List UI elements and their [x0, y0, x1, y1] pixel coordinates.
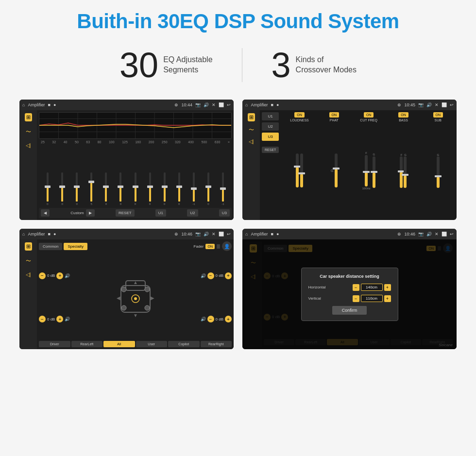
freq-25: 25 — [41, 140, 45, 144]
home-icon[interactable]: ⌂ — [22, 102, 25, 107]
eq-slider-2[interactable]: 0 — [70, 172, 84, 205]
reset-btn[interactable]: RESET — [116, 209, 135, 217]
freq-400: 400 — [188, 140, 194, 144]
xover-u1-btn[interactable]: U1 — [262, 112, 279, 120]
phat-slider[interactable] — [335, 153, 338, 187]
eq-freq-labels: 25 32 40 50 63 80 100 125 160 200 250 32… — [39, 140, 232, 144]
eq-sidebar-icon3[interactable]: ⊞ — [25, 242, 32, 251]
eq-slider-0[interactable]: 0 — [41, 172, 54, 205]
sub-on[interactable]: ON — [433, 112, 443, 118]
speaker-sidebar-icon[interactable]: ◁| — [26, 142, 31, 149]
back-icon3[interactable]: ↩ — [227, 232, 231, 236]
eq-slider-3[interactable]: 5 — [85, 172, 98, 205]
eq-slider-9[interactable]: 0 — [172, 172, 186, 205]
sub-slider[interactable] — [437, 156, 440, 188]
stat-crossover-number: 3 — [272, 48, 291, 83]
x-icon3[interactable]: ✕ — [212, 232, 216, 236]
all-btn[interactable]: All — [103, 341, 135, 347]
rl-minus-btn[interactable]: − — [39, 316, 46, 322]
wave-sidebar-icon3[interactable]: 〜 — [26, 257, 31, 265]
window-icon2[interactable]: ⬜ — [442, 102, 447, 107]
window-icon[interactable]: ⬜ — [219, 102, 224, 107]
back-icon4[interactable]: ↩ — [450, 232, 454, 236]
home-icon3[interactable]: ⌂ — [22, 232, 25, 236]
stat-eq-number: 30 — [119, 48, 158, 83]
horizontal-minus-btn[interactable]: − — [353, 284, 359, 291]
loudness-on[interactable]: ON — [294, 112, 305, 118]
play-btn[interactable]: ▶ — [86, 209, 95, 217]
screen3-sidebar: ⊞ 〜 ◁| — [19, 239, 37, 349]
loudness-slider[interactable] — [296, 153, 299, 187]
confirm-button[interactable]: Confirm — [332, 306, 367, 315]
prev-btn[interactable]: ◀ — [41, 209, 50, 217]
expand-icon[interactable]: » — [228, 140, 230, 144]
eq-sidebar-icon[interactable]: ⊞ — [25, 113, 32, 121]
cutfreq-on[interactable]: ON — [364, 112, 374, 118]
eq-sidebar-icon2[interactable]: ⊞ — [248, 113, 255, 121]
freq-125: 125 — [122, 140, 128, 144]
eq-slider-12[interactable]: -1 — [216, 172, 230, 205]
rl-plus-btn[interactable]: + — [56, 316, 63, 322]
x-icon[interactable]: ✕ — [212, 102, 216, 107]
specialty-tab[interactable]: Specialty — [64, 243, 87, 250]
eq-slider-11[interactable]: 0 — [202, 172, 215, 205]
speaker-sidebar-icon3[interactable]: ◁| — [26, 271, 31, 278]
home-icon4[interactable]: ⌂ — [245, 232, 248, 236]
window-icon4[interactable]: ⬜ — [442, 232, 447, 236]
rr-plus-btn[interactable]: + — [225, 316, 232, 322]
copilot-btn[interactable]: Copilot — [168, 341, 200, 347]
xover-u3-btn[interactable]: U3 — [262, 133, 279, 141]
eq-slider-6[interactable]: 0 — [128, 172, 142, 205]
eq-slider-10[interactable]: -1 — [187, 172, 201, 205]
user-btn[interactable]: User — [136, 341, 168, 347]
home-icon2[interactable]: ⌂ — [245, 102, 248, 107]
back-icon2[interactable]: ↩ — [450, 102, 454, 107]
gps-icon4: ⊕ — [397, 232, 401, 236]
speaker-sidebar-icon2[interactable]: ◁| — [249, 138, 254, 145]
bass-slider1[interactable] — [400, 156, 403, 188]
driver-btn[interactable]: Driver — [39, 341, 70, 347]
cutfreq-slider1[interactable] — [365, 155, 368, 186]
window-icon3[interactable]: ⬜ — [219, 232, 224, 236]
loudness-slider2[interactable] — [300, 153, 303, 187]
vertical-plus-btn[interactable]: + — [384, 295, 391, 302]
freq-40: 40 — [64, 140, 68, 144]
fl-minus-btn[interactable]: − — [39, 272, 46, 279]
x-icon4[interactable]: ✕ — [435, 232, 439, 236]
wave-sidebar-icon2[interactable]: 〜 — [249, 126, 254, 134]
horizontal-plus-btn[interactable]: + — [384, 284, 391, 291]
fl-plus-btn[interactable]: + — [56, 272, 63, 279]
xover-u2-btn[interactable]: U2 — [262, 122, 279, 131]
cutfreq-slider2[interactable] — [373, 156, 375, 188]
phat-on[interactable]: ON — [329, 112, 340, 118]
common-tab[interactable]: Common — [39, 243, 62, 250]
back-icon[interactable]: ↩ — [227, 102, 231, 107]
vertical-row: Vertical − 110cm + — [308, 295, 391, 302]
u3-btn[interactable]: U3 — [219, 209, 230, 217]
u2-btn[interactable]: U2 — [187, 209, 198, 217]
rr-minus-btn[interactable]: − — [207, 316, 214, 322]
eq-slider-1[interactable]: 0 — [55, 172, 69, 205]
eq-slider-7[interactable]: 0 — [143, 172, 157, 205]
fr-plus-btn[interactable]: + — [225, 272, 232, 279]
bass-slider2[interactable] — [404, 156, 407, 188]
screen1-content: ⊞ 〜 ◁| — [19, 110, 234, 220]
wave-sidebar-icon[interactable]: 〜 — [26, 128, 31, 135]
screen2-sidebar: ⊞ 〜 ◁| — [242, 110, 260, 220]
rearright-btn[interactable]: RearRight — [201, 341, 232, 347]
gps-icon2: ⊕ — [397, 102, 401, 107]
cutfreq-label: CUT FREQ — [360, 118, 377, 122]
eq-slider-4[interactable]: 0 — [99, 172, 113, 205]
fr-minus-btn[interactable]: − — [207, 272, 214, 279]
rearleft-btn[interactable]: RearLeft — [71, 341, 103, 347]
distance-dialog: Car speaker distance setting Horizontal … — [301, 268, 398, 321]
eq-slider-5[interactable]: 0 — [114, 172, 127, 205]
u1-btn[interactable]: U1 — [155, 209, 166, 217]
fader-on-btn[interactable]: ON — [205, 244, 215, 249]
bass-on[interactable]: ON — [398, 112, 408, 118]
car-diagram-area: ▲ ▼ ◀ ▶ — [72, 255, 198, 340]
vertical-minus-btn[interactable]: − — [353, 295, 359, 302]
eq-slider-8[interactable]: 0 — [158, 172, 171, 205]
x-icon2[interactable]: ✕ — [435, 102, 439, 107]
xover-reset-btn[interactable]: RESET — [262, 147, 279, 153]
